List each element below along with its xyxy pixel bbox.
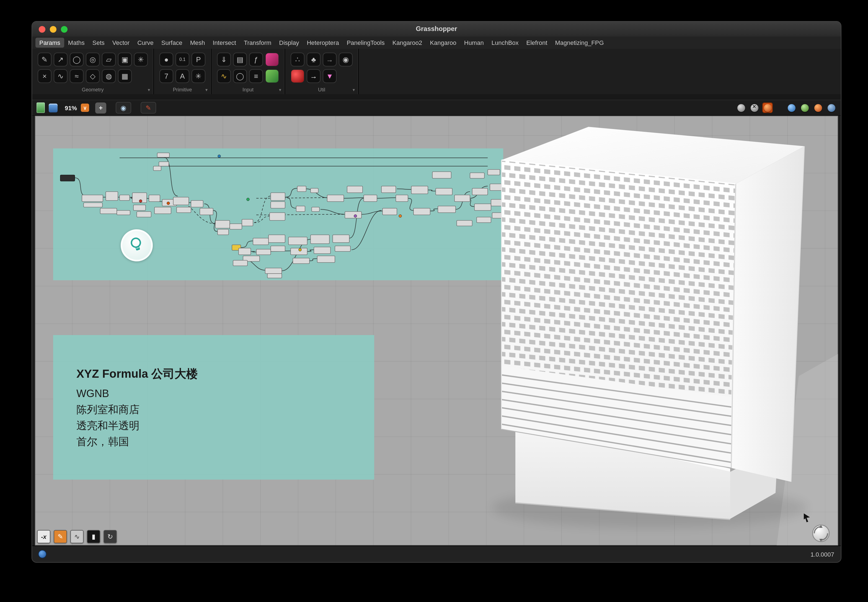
new-document-icon[interactable] xyxy=(37,103,45,113)
text-param-icon[interactable]: A xyxy=(175,69,189,83)
graph-node[interactable] xyxy=(488,169,500,175)
graph-node-dot[interactable] xyxy=(299,249,301,251)
graph-node[interactable] xyxy=(314,247,330,253)
data-dam-icon[interactable]: → xyxy=(307,69,321,83)
ellipse-icon[interactable]: ◯ xyxy=(70,52,84,66)
arc-icon[interactable]: ∿ xyxy=(54,69,67,83)
number-param-icon[interactable]: 0.1 xyxy=(175,52,189,66)
graph-node[interactable] xyxy=(396,195,408,201)
menu-tab-lunchbox[interactable]: LunchBox xyxy=(488,38,523,48)
tree-icon[interactable]: ♣ xyxy=(307,52,321,66)
graph-node[interactable] xyxy=(84,203,103,207)
graph-node[interactable] xyxy=(253,238,268,245)
point-param-icon[interactable]: × xyxy=(38,69,52,83)
graph-node[interactable] xyxy=(149,195,160,201)
galapagos-icon[interactable]: ◉ xyxy=(339,52,353,66)
menu-tab-heteroptera[interactable]: Heteroptera xyxy=(303,38,343,48)
graph-node[interactable] xyxy=(268,235,285,243)
graph-wire[interactable] xyxy=(254,216,271,223)
status-indicator-icon[interactable] xyxy=(39,550,46,558)
graph-node[interactable] xyxy=(137,212,151,217)
plane-icon[interactable]: ▱ xyxy=(102,52,116,66)
expression-button[interactable]: -x xyxy=(37,530,51,543)
graph-node[interactable] xyxy=(472,188,488,195)
import-icon[interactable]: ⇓ xyxy=(217,52,231,66)
wire-display-button[interactable]: ∿ xyxy=(70,530,84,543)
trigger-icon[interactable] xyxy=(291,69,304,83)
view-mode-green-icon[interactable] xyxy=(799,103,810,113)
jump-icon[interactable]: → xyxy=(323,52,337,66)
graph-node[interactable] xyxy=(311,235,330,244)
graph-node[interactable] xyxy=(288,237,307,245)
mesh-sphere-icon[interactable]: ◍ xyxy=(102,69,116,83)
boolean-param-icon[interactable]: ● xyxy=(159,52,173,66)
graph-node[interactable] xyxy=(432,172,451,178)
graph-wire[interactable] xyxy=(285,188,297,197)
graph-node[interactable] xyxy=(347,186,363,193)
graph-node[interactable] xyxy=(176,207,191,213)
graph-node[interactable] xyxy=(265,268,282,273)
graph-wire[interactable] xyxy=(408,198,414,210)
graph-node[interactable] xyxy=(157,153,169,157)
menu-tab-human[interactable]: Human xyxy=(460,38,488,48)
graph-node[interactable] xyxy=(120,195,130,201)
graph-wire[interactable] xyxy=(75,178,86,196)
menu-tab-magnetizing_fpg[interactable]: Magnetizing_FPG xyxy=(551,38,607,48)
generic-param-icon[interactable]: ✳ xyxy=(192,69,205,83)
recompute-button[interactable]: ↻ xyxy=(104,530,117,543)
graph-node[interactable] xyxy=(270,213,285,220)
graph-node[interactable] xyxy=(317,256,335,263)
graph-node-dot[interactable] xyxy=(139,200,142,203)
view-mode-orange-icon[interactable] xyxy=(813,103,823,113)
view-mode-blue-icon[interactable] xyxy=(786,103,797,113)
graph-node[interactable] xyxy=(335,246,350,252)
graph-node-dot[interactable] xyxy=(354,215,357,217)
group-expand-icon[interactable]: ▾ xyxy=(148,87,150,92)
curve-param-icon[interactable]: ✎ xyxy=(38,52,52,66)
zoom-dropdown-button[interactable]: ∨ xyxy=(81,104,89,112)
box-icon[interactable]: ▣ xyxy=(118,52,132,66)
graph-node[interactable] xyxy=(474,204,491,210)
group-expand-icon[interactable]: ▾ xyxy=(279,87,281,92)
graph-node[interactable] xyxy=(470,173,485,178)
gradient-icon[interactable] xyxy=(265,52,279,66)
color-swatch-icon[interactable] xyxy=(265,69,279,83)
graph-wire[interactable] xyxy=(241,241,253,247)
graph-node[interactable] xyxy=(414,208,430,215)
graph-wire[interactable] xyxy=(307,250,314,252)
graph-node-dot[interactable] xyxy=(247,198,249,201)
graph-node[interactable] xyxy=(491,200,505,206)
navigation-ball[interactable] xyxy=(809,520,833,544)
group-icon[interactable]: ✳ xyxy=(134,52,148,66)
graph-node-dot[interactable] xyxy=(218,155,221,158)
graph-node[interactable] xyxy=(271,246,285,252)
graph-wire[interactable] xyxy=(430,209,438,211)
grasshopper-canvas[interactable]: XYZ Formula 公司大楼 WGNB 陈列室和商店 透亮和半透明 首尔，韩… xyxy=(35,116,838,545)
graph-node[interactable] xyxy=(155,207,171,214)
script-editor-icon[interactable]: ƒ xyxy=(249,52,263,66)
vector-param-icon[interactable]: ↗ xyxy=(54,52,67,66)
graph-node[interactable] xyxy=(327,195,344,201)
graph-mapper-icon[interactable]: ∿ xyxy=(217,69,231,83)
graph-node[interactable] xyxy=(191,201,203,207)
graph-node[interactable] xyxy=(457,220,472,226)
menu-tab-panelingtools[interactable]: PanelingTools xyxy=(343,38,389,48)
graph-node[interactable] xyxy=(296,206,305,212)
graph-node[interactable] xyxy=(312,207,319,212)
graph-node[interactable] xyxy=(106,192,118,201)
preview-eye-button[interactable]: ◉ xyxy=(116,102,131,114)
menu-tab-curve[interactable]: Curve xyxy=(133,38,158,48)
graph-wire[interactable] xyxy=(308,259,317,261)
graph-node[interactable] xyxy=(218,229,229,235)
graph-node[interactable] xyxy=(477,217,491,223)
preview-off-ball-icon[interactable] xyxy=(736,103,746,113)
graph-node[interactable] xyxy=(60,175,75,181)
menu-tab-elefront[interactable]: Elefront xyxy=(523,38,551,48)
graph-node[interactable] xyxy=(242,219,253,226)
graph-node[interactable] xyxy=(436,188,452,195)
graph-node[interactable] xyxy=(153,166,161,170)
graph-node[interactable] xyxy=(293,258,310,264)
graph-node[interactable] xyxy=(382,208,397,215)
graph-node[interactable] xyxy=(345,212,362,218)
graph-node[interactable] xyxy=(382,186,396,193)
